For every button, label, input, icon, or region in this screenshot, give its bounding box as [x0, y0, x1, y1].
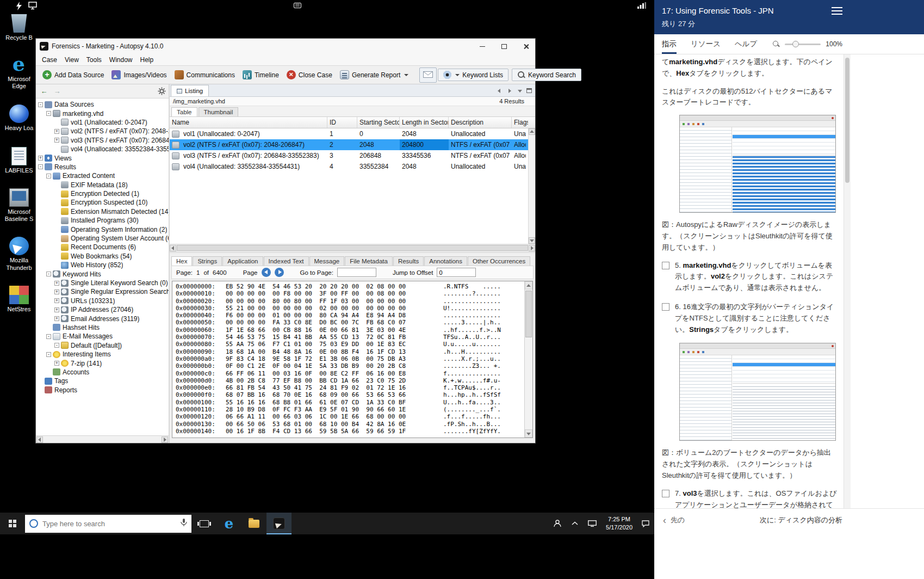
content-tab-file-metadata[interactable]: File Metadata: [345, 256, 393, 266]
tree-item[interactable]: Accounts: [36, 368, 169, 377]
next-link[interactable]: 次に: ディスク内容の分析: [760, 515, 842, 525]
menu-window[interactable]: Window: [106, 55, 137, 65]
hex-vertical-scrollbar[interactable]: [524, 281, 532, 438]
desktop-icon-mbsa[interactable]: MicrosofBaseline S: [1, 188, 37, 223]
expander-icon[interactable]: -: [38, 102, 43, 107]
power-icon[interactable]: [15, 2, 23, 10]
tree-item[interactable]: +Views: [36, 153, 169, 162]
communications-button[interactable]: Communications: [171, 68, 238, 82]
table-row[interactable]: vol4 (Unallocated: 33552384-33554431)433…: [170, 161, 535, 172]
tree-item[interactable]: +vol3 (NTFS / exFAT (0x07): 206848-33552…: [36, 136, 169, 145]
mail-button[interactable]: [419, 67, 437, 83]
next-page-button[interactable]: [275, 268, 284, 277]
generate-report-button[interactable]: Generate Report: [337, 68, 412, 82]
scroll-up-icon[interactable]: [525, 281, 532, 290]
scroll-right-icon[interactable]: [162, 436, 168, 443]
microphone-icon[interactable]: [181, 519, 187, 529]
expander-icon[interactable]: +: [54, 281, 59, 286]
desktop-icon-netstress[interactable]: NetStres: [1, 286, 37, 313]
images-videos-button[interactable]: Images/Videos: [108, 68, 170, 82]
zoom-slider-handle[interactable]: [792, 41, 799, 47]
taskbar-search[interactable]: [25, 515, 191, 533]
scroll-down-icon[interactable]: [525, 429, 532, 438]
tray-display-icon[interactable]: [583, 513, 601, 534]
tree-item[interactable]: -Results: [36, 163, 169, 171]
forward-button[interactable]: [52, 86, 63, 97]
column-header-name[interactable]: Name: [170, 117, 327, 128]
content-tab-hex[interactable]: Hex: [171, 256, 192, 266]
desktop-icon-edge[interactable]: MicrosofEdge: [1, 56, 37, 90]
tree-item[interactable]: -Extracted Content: [36, 171, 169, 180]
expander-icon[interactable]: -: [46, 111, 51, 116]
previous-link[interactable]: 先の: [663, 515, 685, 525]
desktop-icon-recycle-bin[interactable]: Recycle B: [1, 14, 37, 41]
scrollbar-track[interactable]: [525, 290, 532, 429]
tree-item[interactable]: Extension Mismatch Detected (14): [36, 207, 169, 216]
expander-icon[interactable]: +: [54, 138, 59, 143]
tab-resources[interactable]: リソース: [691, 34, 721, 54]
tab-instructions[interactable]: 指示: [662, 34, 677, 54]
tree-item[interactable]: Operating System Information (2): [36, 225, 169, 233]
close-case-button[interactable]: Close Case: [283, 68, 336, 82]
table-row[interactable]: vol1 (Unallocated: 0-2047)102048Unalloca…: [170, 128, 535, 139]
scrollbar-thumb[interactable]: [177, 245, 528, 251]
expander-icon[interactable]: +: [54, 290, 59, 294]
tree-item[interactable]: +IP Addresses (27046): [36, 305, 169, 314]
minimize-button[interactable]: [473, 39, 492, 53]
expander-icon[interactable]: +: [54, 298, 59, 303]
tree-item[interactable]: Web History (852): [36, 261, 169, 269]
zoom-slider[interactable]: [785, 44, 821, 45]
previous-page-button[interactable]: [262, 268, 271, 277]
tree-item[interactable]: vol1 (Unallocated: 0-2047): [36, 118, 169, 127]
content-tab-application[interactable]: Application: [222, 256, 263, 266]
expander-icon[interactable]: +: [38, 156, 43, 161]
tree-item[interactable]: Operating System User Account (6): [36, 234, 169, 243]
tree-item[interactable]: Encryption Suspected (10): [36, 198, 169, 207]
tab-list-dropdown-icon[interactable]: [516, 87, 523, 94]
tree-item[interactable]: Encryption Detected (1): [36, 189, 169, 198]
tree-item[interactable]: Web Bookmarks (54): [36, 252, 169, 261]
tree-item[interactable]: +Single Regular Expression Search (0): [36, 287, 169, 296]
expander-icon[interactable]: -: [46, 272, 51, 276]
tab-help[interactable]: ヘルプ: [735, 34, 757, 54]
people-icon[interactable]: [548, 513, 567, 534]
keyboard-icon[interactable]: [294, 3, 301, 8]
tree-item[interactable]: -Default ([Default]): [36, 341, 169, 350]
add-data-source-button[interactable]: Add Data Source: [39, 68, 107, 82]
tree-item[interactable]: -Interesting Items: [36, 350, 169, 359]
expander-icon[interactable]: +: [54, 307, 59, 312]
scroll-down-icon[interactable]: [529, 237, 535, 244]
column-header-flags[interactable]: Flags: [512, 117, 528, 128]
tree-horizontal-scrollbar[interactable]: [36, 435, 169, 443]
taskbar-clock[interactable]: 7:25 PM 5/17/2020: [601, 515, 637, 532]
action-center-icon[interactable]: [637, 513, 654, 534]
maximize-button[interactable]: [495, 39, 513, 53]
tab-listing[interactable]: Listing: [171, 85, 209, 96]
column-header-description[interactable]: Description: [449, 117, 512, 128]
scroll-right-icon[interactable]: [529, 245, 535, 251]
jump-to-offset-input[interactable]: [437, 268, 476, 277]
keyword-search-button[interactable]: Keyword Search: [512, 69, 581, 81]
goto-page-input[interactable]: [337, 268, 376, 277]
menu-help[interactable]: Help: [137, 55, 158, 65]
desktop-icon-labfiles[interactable]: LABFILES: [1, 146, 37, 174]
expander-icon[interactable]: -: [46, 352, 51, 357]
tree-item[interactable]: Reports: [36, 386, 169, 395]
table-horizontal-scrollbar[interactable]: [170, 244, 535, 251]
search-icon[interactable]: [772, 40, 780, 48]
step-checkbox[interactable]: [662, 490, 669, 497]
tree-item[interactable]: +Single Literal Keyword Search (0): [36, 279, 169, 287]
start-button[interactable]: [0, 513, 25, 534]
search-input[interactable]: [42, 520, 176, 528]
content-tab-message[interactable]: Message: [309, 256, 345, 266]
expander-icon[interactable]: +: [54, 129, 59, 134]
gear-icon[interactable]: [158, 87, 166, 95]
tree-item[interactable]: -marketing.vhd: [36, 109, 169, 118]
scrollbar-thumb[interactable]: [525, 291, 532, 337]
content-tab-results[interactable]: Results: [393, 256, 424, 266]
content-tab-strings[interactable]: Strings: [193, 256, 222, 266]
tree-item[interactable]: Installed Programs (30): [36, 216, 169, 225]
tree-item[interactable]: vol4 (Unallocated: 33552384-33554431): [36, 145, 169, 153]
content-tab-indexed-text[interactable]: Indexed Text: [264, 256, 309, 266]
scroll-up-icon[interactable]: [529, 128, 535, 135]
